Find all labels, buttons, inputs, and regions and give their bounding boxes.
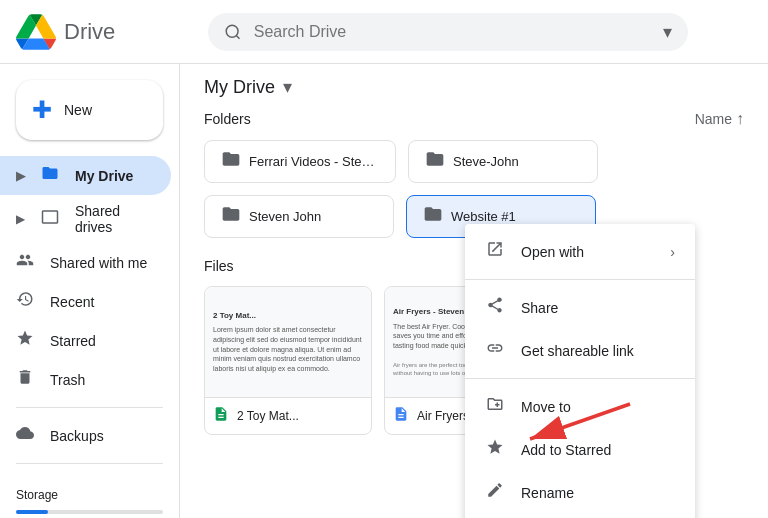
menu-item-get-link[interactable]: Get shareable link (465, 329, 695, 372)
menu-item-label: Move to (521, 399, 675, 415)
sidebar-item-label: Backups (50, 428, 104, 444)
storage-bar-fill (16, 510, 48, 514)
new-button-label: New (64, 102, 92, 118)
logo-area: Drive (16, 12, 196, 52)
menu-divider-2 (465, 378, 695, 379)
menu-item-label: Add to Starred (521, 442, 675, 458)
svg-point-0 (226, 25, 238, 37)
menu-item-label: Rename (521, 485, 675, 501)
folder-item-steve-john[interactable]: Steve-John (408, 140, 598, 183)
sidebar: ✚ New ▶ My Drive ▶ Shared drives Shared … (0, 64, 180, 518)
folder-user-icon-3 (221, 204, 241, 229)
main-content: My Drive ▾ Folders Name ↑ Ferrari Videos… (180, 64, 768, 518)
folder-user-icon-2 (425, 149, 445, 174)
chevron-right-icon: ▶ (16, 169, 25, 183)
menu-item-change-color[interactable]: Change color › (465, 514, 695, 518)
shared-icon (16, 251, 34, 274)
sidebar-item-starred[interactable]: Starred (0, 321, 171, 360)
file-preview: 2 Toy Mat... Lorem ipsum dolor sit amet … (205, 287, 371, 397)
menu-item-move-to[interactable]: Move to (465, 385, 695, 428)
menu-item-add-starred[interactable]: Add to Starred (465, 428, 695, 471)
search-icon (224, 22, 242, 42)
folder-item-steven-john[interactable]: Steven John (204, 195, 394, 238)
sidebar-item-label: Starred (50, 333, 96, 349)
plus-icon: ✚ (32, 96, 52, 124)
backups-icon (16, 424, 34, 447)
folder-name: Website #1 (451, 209, 516, 224)
folders-label: Folders (204, 111, 251, 127)
sidebar-item-label: Recent (50, 294, 94, 310)
new-button[interactable]: ✚ New (16, 80, 163, 140)
title-chevron-icon[interactable]: ▾ (283, 76, 292, 98)
link-icon (485, 339, 505, 362)
open-with-icon (485, 240, 505, 263)
sidebar-item-label: My Drive (75, 168, 133, 184)
folder-name: Ferrari Videos - Steven John (249, 154, 379, 169)
file-card-toy-mat[interactable]: 2 Toy Mat... Lorem ipsum dolor sit amet … (204, 286, 372, 435)
sort-control[interactable]: Name ↑ (695, 110, 744, 128)
search-input[interactable] (254, 23, 651, 41)
menu-item-rename[interactable]: Rename (465, 471, 695, 514)
file-name: 2 Toy Mat... (237, 409, 299, 423)
sidebar-item-shared-drives[interactable]: ▶ Shared drives (0, 195, 171, 243)
sidebar-item-trash[interactable]: Trash (0, 360, 171, 399)
logo-text: Drive (64, 19, 115, 45)
sidebar-item-label: Trash (50, 372, 85, 388)
svg-line-1 (236, 35, 239, 38)
folders-section-header: Folders Name ↑ (180, 106, 768, 136)
folder-name: Steven John (249, 209, 321, 224)
sidebar-item-recent[interactable]: Recent (0, 282, 171, 321)
main-title: My Drive (204, 77, 275, 98)
menu-item-label: Share (521, 300, 675, 316)
storage-label: Storage (16, 488, 163, 502)
header: Drive ▾ (0, 0, 768, 64)
sidebar-item-label: Shared with me (50, 255, 147, 271)
google-drive-logo (16, 12, 56, 52)
context-menu: Open with › Share Get shareable link (465, 224, 695, 518)
search-dropdown-icon[interactable]: ▾ (663, 21, 672, 43)
folder-user-icon (221, 149, 241, 174)
sidebar-item-backups[interactable]: Backups (0, 416, 171, 455)
share-icon (485, 296, 505, 319)
chevron-right-icon-2: ▶ (16, 212, 25, 226)
move-icon (485, 395, 505, 418)
sidebar-item-label: Shared drives (75, 203, 155, 235)
menu-item-label: Open with (521, 244, 654, 260)
shared-drives-icon (41, 208, 59, 231)
sort-arrow-icon: ↑ (736, 110, 744, 128)
file-footer: 2 Toy Mat... (205, 397, 371, 434)
my-drive-icon (41, 164, 59, 187)
folder-item-ferrari[interactable]: Ferrari Videos - Steven John (204, 140, 396, 183)
menu-item-label: Get shareable link (521, 343, 675, 359)
search-bar[interactable]: ▾ (208, 13, 688, 51)
trash-icon (16, 368, 34, 391)
add-star-icon (485, 438, 505, 461)
folder-user-icon-4 (423, 204, 443, 229)
menu-divider-1 (465, 279, 695, 280)
submenu-chevron-icon: › (670, 244, 675, 260)
rename-icon (485, 481, 505, 504)
star-icon (16, 329, 34, 352)
storage-section: Storage 21.5 GB of 100 GB used UPGRADE S… (0, 472, 179, 518)
sidebar-item-shared-with-me[interactable]: Shared with me (0, 243, 171, 282)
folder-name: Steve-John (453, 154, 519, 169)
sidebar-item-my-drive[interactable]: ▶ My Drive (0, 156, 171, 195)
recent-icon (16, 290, 34, 313)
menu-item-open-with[interactable]: Open with › (465, 230, 695, 273)
file-type-icon (213, 406, 229, 426)
menu-item-share[interactable]: Share (465, 286, 695, 329)
sort-label: Name (695, 111, 732, 127)
file-type-icon-2 (393, 406, 409, 426)
main-header: My Drive ▾ (180, 64, 768, 106)
storage-bar (16, 510, 163, 514)
